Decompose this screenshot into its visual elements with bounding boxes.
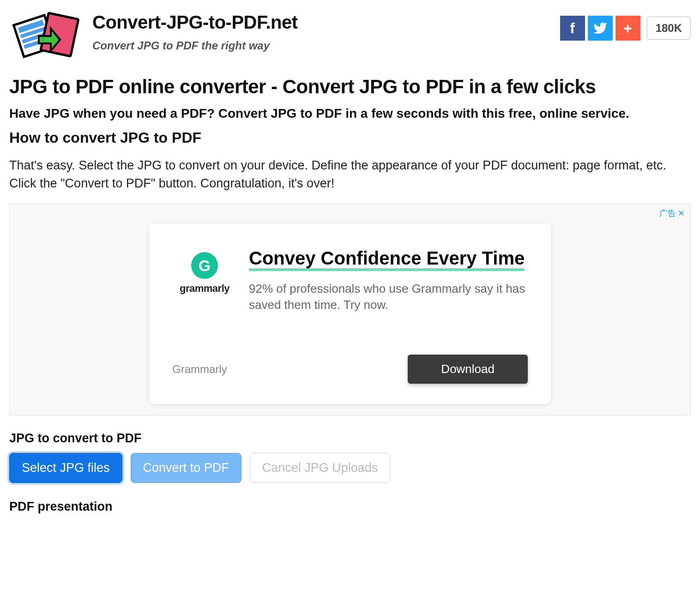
title-block: Convert-JPG-to-PDF.net Convert JPG to PD… bbox=[92, 6, 298, 52]
facebook-share-button[interactable]: f bbox=[560, 16, 585, 41]
cancel-uploads-button[interactable]: Cancel JPG Uploads bbox=[250, 453, 391, 483]
header-left: Convert-JPG-to-PDF.net Convert JPG to PD… bbox=[9, 6, 298, 66]
howto-heading: How to convert JPG to PDF bbox=[9, 129, 691, 146]
ad-card-top: G grammarly Convey Confidence Every Time… bbox=[172, 247, 528, 313]
lead-text: Have JPG when you need a PDF? Convert JP… bbox=[9, 106, 691, 121]
site-title: Convert-JPG-to-PDF.net bbox=[92, 12, 298, 33]
svg-rect-5 bbox=[41, 13, 78, 56]
ad-label-text[interactable]: 广告 bbox=[659, 208, 676, 219]
convert-button[interactable]: Convert to PDF bbox=[131, 453, 241, 483]
ad-footer: Grammarly Download bbox=[172, 355, 528, 384]
page-header: Convert-JPG-to-PDF.net Convert JPG to PD… bbox=[9, 6, 691, 66]
ad-container: 广告 ✕ G grammarly Convey Confidence Every… bbox=[9, 204, 691, 416]
facebook-icon: f bbox=[570, 20, 575, 37]
twitter-share-button[interactable] bbox=[588, 16, 613, 41]
ad-logo: G grammarly bbox=[172, 247, 237, 295]
ad-brand-name: Grammarly bbox=[172, 363, 227, 376]
addthis-share-button[interactable]: + bbox=[616, 16, 640, 41]
ad-subtext: 92% of professionals who use Grammarly s… bbox=[249, 281, 528, 313]
ad-label: 广告 ✕ bbox=[659, 208, 685, 219]
download-button[interactable]: Download bbox=[408, 355, 528, 384]
ad-card[interactable]: G grammarly Convey Confidence Every Time… bbox=[149, 223, 551, 404]
close-icon[interactable]: ✕ bbox=[678, 208, 685, 218]
page-title: JPG to PDF online converter - Convert JP… bbox=[9, 76, 691, 98]
upload-button-row: Select JPG files Convert to PDF Cancel J… bbox=[9, 453, 691, 483]
site-logo-icon bbox=[9, 6, 83, 66]
share-count-badge: 180K bbox=[647, 17, 691, 40]
ad-logo-text: grammarly bbox=[180, 283, 229, 295]
select-files-button[interactable]: Select JPG files bbox=[9, 453, 122, 483]
ad-headline: Convey Confidence Every Time bbox=[249, 248, 525, 271]
plus-icon: + bbox=[623, 20, 632, 37]
twitter-icon bbox=[593, 21, 608, 36]
upload-section-label: JPG to convert to PDF bbox=[9, 431, 691, 446]
howto-body: That's easy. Select the JPG to convert o… bbox=[9, 157, 691, 193]
presentation-section-label: PDF presentation bbox=[9, 500, 691, 514]
ad-text-block: Convey Confidence Every Time 92% of prof… bbox=[249, 247, 528, 313]
site-tagline: Convert JPG to PDF the right way bbox=[92, 39, 298, 52]
grammarly-icon: G bbox=[191, 252, 218, 279]
share-buttons: f + 180K bbox=[560, 6, 691, 41]
